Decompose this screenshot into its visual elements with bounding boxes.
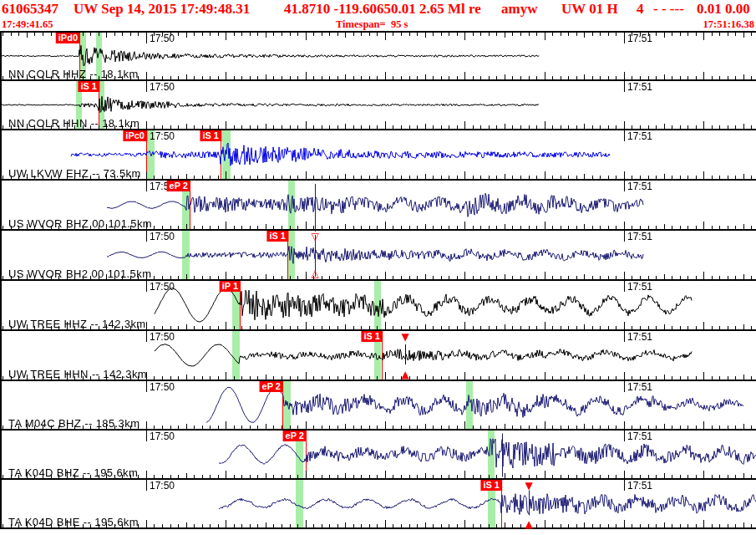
station-label: NN COLR HHN -- 18.1km: [8, 117, 140, 130]
time-label: 17:50: [146, 81, 175, 92]
time-label: 17:51: [624, 130, 652, 141]
station-label: UW LKVW EHZ -- 73.5km: [8, 167, 141, 180]
time-label: 17:51: [624, 381, 652, 392]
time-label: 17:50: [146, 130, 175, 141]
pick-flag[interactable]: iS 1: [361, 331, 383, 342]
pick-flag[interactable]: iPd0: [56, 33, 80, 43]
amplitude-marker-top: ▽: [311, 232, 318, 241]
time-label: 17:51: [624, 431, 652, 441]
time-label: 17:50: [146, 331, 175, 342]
time-label: 17:50: [146, 381, 175, 392]
seismogram-viewer-window: 61065347 UW Sep 14, 2015 17:49:48.31 41.…: [0, 0, 756, 535]
pick-flag[interactable]: eP 2: [167, 181, 190, 191]
station-label: US WVOR BHZ 00 101.5km: [8, 217, 152, 230]
station-label: TA K04D BHZ -- 195.6km: [8, 466, 138, 479]
amplitude-marker-top: ▼: [401, 333, 408, 341]
pick-flag[interactable]: iS 1: [480, 480, 502, 491]
pick-flag[interactable]: iS 1: [78, 81, 99, 92]
time-label: 17:50: [146, 231, 175, 242]
time-label: 17:50: [146, 33, 175, 43]
time-label: 17:51: [624, 181, 652, 191]
time-label: 17:51: [624, 231, 652, 242]
station-label: US WVOR BH2 00 101.5km: [8, 268, 151, 280]
amplitude-marker-bottom: ▲: [401, 370, 408, 379]
time-label: 17:50: [146, 281, 175, 292]
pick-flag[interactable]: eP 2: [283, 431, 307, 441]
pick-flag[interactable]: iPc0: [123, 130, 147, 141]
time-label: 17:51: [624, 281, 652, 292]
pick-flag[interactable]: iP 1: [220, 281, 241, 292]
amplitude-marker-top: ▼: [525, 482, 532, 490]
time-label: 17:50: [146, 431, 175, 441]
time-label: 17:51: [624, 33, 652, 43]
station-label: TA K04D BHE -- 195.6km: [8, 516, 139, 528]
station-label: TA M04C BHZ -- 185.3km: [8, 417, 140, 430]
time-label: 17:51: [624, 480, 652, 491]
station-label: UW TREE HHN -- 142.3km: [8, 368, 147, 380]
station-label: UW TREE HHZ -- 142.3km: [8, 318, 146, 330]
amplitude-marker-bottom: ▲: [525, 520, 532, 528]
pick-flag[interactable]: iS 1: [266, 231, 288, 242]
amplitude-marker-bottom: △: [311, 269, 318, 278]
time-label: 17:50: [146, 480, 175, 491]
time-label: 17:51: [624, 81, 652, 92]
time-label: 17:51: [624, 331, 652, 342]
station-label: NN COLR HHZ -- 18.1km: [8, 68, 139, 80]
pick-flag[interactable]: eP 2: [260, 381, 283, 392]
pick-flag[interactable]: iS 1: [200, 130, 221, 141]
